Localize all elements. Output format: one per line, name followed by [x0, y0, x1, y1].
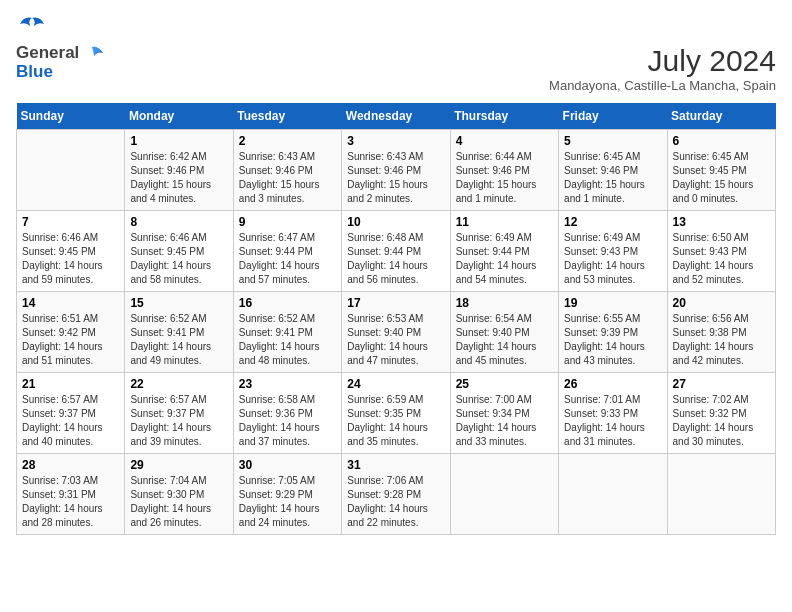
- real-logo: General Blue: [16, 44, 105, 81]
- logo-bird-icon: [18, 16, 46, 38]
- calendar-cell-w1-d6: 6Sunrise: 6:45 AM Sunset: 9:45 PM Daylig…: [667, 130, 775, 211]
- page-subtitle: Mandayona, Castille-La Mancha, Spain: [549, 78, 776, 93]
- day-info: Sunrise: 6:49 AM Sunset: 9:44 PM Dayligh…: [456, 231, 553, 287]
- calendar-cell-w1-d1: 1Sunrise: 6:42 AM Sunset: 9:46 PM Daylig…: [125, 130, 233, 211]
- weekday-friday: Friday: [559, 103, 667, 130]
- calendar-cell-w2-d4: 11Sunrise: 6:49 AM Sunset: 9:44 PM Dayli…: [450, 211, 558, 292]
- calendar-cell-w2-d0: 7Sunrise: 6:46 AM Sunset: 9:45 PM Daylig…: [17, 211, 125, 292]
- day-info: Sunrise: 6:50 AM Sunset: 9:43 PM Dayligh…: [673, 231, 770, 287]
- calendar-cell-w3-d3: 17Sunrise: 6:53 AM Sunset: 9:40 PM Dayli…: [342, 292, 450, 373]
- calendar-cell-w4-d6: 27Sunrise: 7:02 AM Sunset: 9:32 PM Dayli…: [667, 373, 775, 454]
- logo-blue-text: Blue: [16, 63, 79, 82]
- day-number: 5: [564, 134, 661, 148]
- day-info: Sunrise: 7:05 AM Sunset: 9:29 PM Dayligh…: [239, 474, 336, 530]
- calendar-cell-w1-d2: 2Sunrise: 6:43 AM Sunset: 9:46 PM Daylig…: [233, 130, 341, 211]
- calendar-cell-w1-d0: [17, 130, 125, 211]
- day-info: Sunrise: 6:57 AM Sunset: 9:37 PM Dayligh…: [22, 393, 119, 449]
- day-number: 20: [673, 296, 770, 310]
- day-info: Sunrise: 7:03 AM Sunset: 9:31 PM Dayligh…: [22, 474, 119, 530]
- weekday-wednesday: Wednesday: [342, 103, 450, 130]
- day-number: 1: [130, 134, 227, 148]
- day-number: 15: [130, 296, 227, 310]
- calendar-cell-w4-d2: 23Sunrise: 6:58 AM Sunset: 9:36 PM Dayli…: [233, 373, 341, 454]
- calendar-cell-w2-d6: 13Sunrise: 6:50 AM Sunset: 9:43 PM Dayli…: [667, 211, 775, 292]
- day-number: 27: [673, 377, 770, 391]
- calendar-cell-w2-d2: 9Sunrise: 6:47 AM Sunset: 9:44 PM Daylig…: [233, 211, 341, 292]
- calendar-cell-w4-d0: 21Sunrise: 6:57 AM Sunset: 9:37 PM Dayli…: [17, 373, 125, 454]
- week-row-1: 1Sunrise: 6:42 AM Sunset: 9:46 PM Daylig…: [17, 130, 776, 211]
- weekday-saturday: Saturday: [667, 103, 775, 130]
- day-number: 23: [239, 377, 336, 391]
- day-number: 12: [564, 215, 661, 229]
- day-info: Sunrise: 7:06 AM Sunset: 9:28 PM Dayligh…: [347, 474, 444, 530]
- calendar-cell-w3-d6: 20Sunrise: 6:56 AM Sunset: 9:38 PM Dayli…: [667, 292, 775, 373]
- day-number: 11: [456, 215, 553, 229]
- day-number: 8: [130, 215, 227, 229]
- week-row-4: 21Sunrise: 6:57 AM Sunset: 9:37 PM Dayli…: [17, 373, 776, 454]
- day-info: Sunrise: 6:47 AM Sunset: 9:44 PM Dayligh…: [239, 231, 336, 287]
- title-area: July 2024 Mandayona, Castille-La Mancha,…: [549, 44, 776, 93]
- day-number: 24: [347, 377, 444, 391]
- calendar-cell-w5-d3: 31Sunrise: 7:06 AM Sunset: 9:28 PM Dayli…: [342, 454, 450, 535]
- day-number: 14: [22, 296, 119, 310]
- calendar-cell-w1-d3: 3Sunrise: 6:43 AM Sunset: 9:46 PM Daylig…: [342, 130, 450, 211]
- day-number: 10: [347, 215, 444, 229]
- logo-bird-icon2: [79, 46, 105, 68]
- calendar-cell-w5-d2: 30Sunrise: 7:05 AM Sunset: 9:29 PM Dayli…: [233, 454, 341, 535]
- day-info: Sunrise: 6:48 AM Sunset: 9:44 PM Dayligh…: [347, 231, 444, 287]
- day-info: Sunrise: 6:54 AM Sunset: 9:40 PM Dayligh…: [456, 312, 553, 368]
- page-main-title: July 2024: [549, 44, 776, 78]
- day-number: 31: [347, 458, 444, 472]
- calendar-table: SundayMondayTuesdayWednesdayThursdayFrid…: [16, 103, 776, 535]
- day-info: Sunrise: 7:04 AM Sunset: 9:30 PM Dayligh…: [130, 474, 227, 530]
- calendar-cell-w2-d3: 10Sunrise: 6:48 AM Sunset: 9:44 PM Dayli…: [342, 211, 450, 292]
- calendar-cell-w3-d1: 15Sunrise: 6:52 AM Sunset: 9:41 PM Dayli…: [125, 292, 233, 373]
- weekday-header-row: SundayMondayTuesdayWednesdayThursdayFrid…: [17, 103, 776, 130]
- week-row-5: 28Sunrise: 7:03 AM Sunset: 9:31 PM Dayli…: [17, 454, 776, 535]
- day-number: 18: [456, 296, 553, 310]
- day-number: 13: [673, 215, 770, 229]
- day-info: Sunrise: 7:00 AM Sunset: 9:34 PM Dayligh…: [456, 393, 553, 449]
- day-info: Sunrise: 6:57 AM Sunset: 9:37 PM Dayligh…: [130, 393, 227, 449]
- calendar-cell-w3-d2: 16Sunrise: 6:52 AM Sunset: 9:41 PM Dayli…: [233, 292, 341, 373]
- day-number: 29: [130, 458, 227, 472]
- weekday-sunday: Sunday: [17, 103, 125, 130]
- calendar-cell-w4-d1: 22Sunrise: 6:57 AM Sunset: 9:37 PM Dayli…: [125, 373, 233, 454]
- day-info: Sunrise: 6:46 AM Sunset: 9:45 PM Dayligh…: [130, 231, 227, 287]
- day-number: 2: [239, 134, 336, 148]
- day-info: Sunrise: 6:59 AM Sunset: 9:35 PM Dayligh…: [347, 393, 444, 449]
- day-info: Sunrise: 6:43 AM Sunset: 9:46 PM Dayligh…: [239, 150, 336, 206]
- day-info: Sunrise: 6:45 AM Sunset: 9:45 PM Dayligh…: [673, 150, 770, 206]
- logo-words: General Blue: [16, 44, 79, 81]
- day-info: Sunrise: 6:52 AM Sunset: 9:41 PM Dayligh…: [130, 312, 227, 368]
- logo-general-text: General: [16, 44, 79, 63]
- calendar-cell-w3-d5: 19Sunrise: 6:55 AM Sunset: 9:39 PM Dayli…: [559, 292, 667, 373]
- day-number: 30: [239, 458, 336, 472]
- calendar-cell-w4-d5: 26Sunrise: 7:01 AM Sunset: 9:33 PM Dayli…: [559, 373, 667, 454]
- day-info: Sunrise: 6:51 AM Sunset: 9:42 PM Dayligh…: [22, 312, 119, 368]
- day-number: 17: [347, 296, 444, 310]
- day-info: Sunrise: 6:53 AM Sunset: 9:40 PM Dayligh…: [347, 312, 444, 368]
- day-info: Sunrise: 6:45 AM Sunset: 9:46 PM Dayligh…: [564, 150, 661, 206]
- day-info: Sunrise: 6:52 AM Sunset: 9:41 PM Dayligh…: [239, 312, 336, 368]
- day-number: 9: [239, 215, 336, 229]
- day-info: Sunrise: 6:58 AM Sunset: 9:36 PM Dayligh…: [239, 393, 336, 449]
- calendar-cell-w3-d4: 18Sunrise: 6:54 AM Sunset: 9:40 PM Dayli…: [450, 292, 558, 373]
- day-info: Sunrise: 7:02 AM Sunset: 9:32 PM Dayligh…: [673, 393, 770, 449]
- day-info: Sunrise: 6:42 AM Sunset: 9:46 PM Dayligh…: [130, 150, 227, 206]
- day-number: 25: [456, 377, 553, 391]
- weekday-tuesday: Tuesday: [233, 103, 341, 130]
- day-number: 3: [347, 134, 444, 148]
- day-number: 26: [564, 377, 661, 391]
- calendar-cell-w3-d0: 14Sunrise: 6:51 AM Sunset: 9:42 PM Dayli…: [17, 292, 125, 373]
- calendar-cell-w4-d4: 25Sunrise: 7:00 AM Sunset: 9:34 PM Dayli…: [450, 373, 558, 454]
- calendar-cell-w2-d5: 12Sunrise: 6:49 AM Sunset: 9:43 PM Dayli…: [559, 211, 667, 292]
- day-number: 4: [456, 134, 553, 148]
- day-number: 6: [673, 134, 770, 148]
- week-row-2: 7Sunrise: 6:46 AM Sunset: 9:45 PM Daylig…: [17, 211, 776, 292]
- day-number: 22: [130, 377, 227, 391]
- day-info: Sunrise: 6:43 AM Sunset: 9:46 PM Dayligh…: [347, 150, 444, 206]
- day-info: Sunrise: 7:01 AM Sunset: 9:33 PM Dayligh…: [564, 393, 661, 449]
- day-info: Sunrise: 6:44 AM Sunset: 9:46 PM Dayligh…: [456, 150, 553, 206]
- day-info: Sunrise: 6:55 AM Sunset: 9:39 PM Dayligh…: [564, 312, 661, 368]
